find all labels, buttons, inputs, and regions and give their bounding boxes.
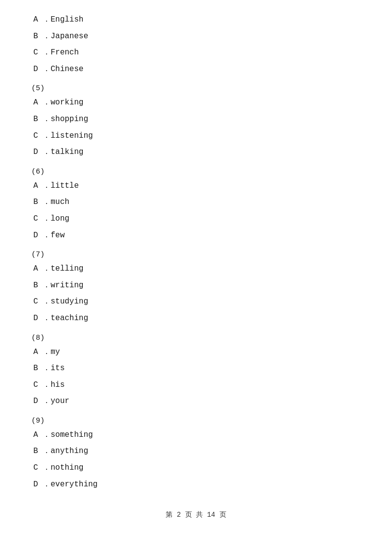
option-4-d: D ．your: [29, 395, 363, 408]
option-5-d: D ．everything: [29, 479, 363, 491]
question-number-4: (8): [29, 334, 363, 342]
option-5-a: A ．something: [29, 429, 363, 442]
option-0-c: C ．French: [29, 47, 363, 59]
option-2-a: A ．little: [29, 180, 363, 193]
option-4-a: A ．my: [29, 346, 363, 359]
option-2-b: B ．much: [29, 196, 363, 209]
question-number-1: (5): [29, 84, 363, 93]
option-4-c: C ．his: [29, 379, 363, 392]
question-number-5: (9): [29, 417, 363, 425]
question-number-2: (6): [29, 168, 363, 176]
option-2-c: C ．long: [29, 213, 363, 226]
option-3-a: A ．telling: [29, 263, 363, 276]
option-3-c: C ．studying: [29, 296, 363, 308]
option-3-b: B ．writing: [29, 279, 363, 292]
option-0-a: A ．English: [29, 14, 363, 26]
option-1-c: C ．listening: [29, 130, 363, 143]
option-2-d: D ．few: [29, 229, 363, 242]
option-0-d: D ．Chinese: [29, 63, 363, 76]
option-1-a: A ．working: [29, 97, 363, 109]
question-number-3: (7): [29, 251, 363, 259]
option-0-b: B ．Japanese: [29, 30, 363, 43]
option-5-b: B ．anything: [29, 445, 363, 458]
option-4-b: B ．its: [29, 362, 363, 375]
footer-text: 第 2 页 共 14 页: [166, 511, 226, 519]
option-5-c: C ．nothing: [29, 462, 363, 475]
page-footer: 第 2 页 共 14 页: [29, 510, 363, 519]
question-list: A ．EnglishB ．JapaneseC ．FrenchD ．Chinese…: [29, 14, 363, 491]
option-1-b: B ．shopping: [29, 113, 363, 126]
option-1-d: D ．talking: [29, 146, 363, 159]
option-3-d: D ．teaching: [29, 312, 363, 325]
